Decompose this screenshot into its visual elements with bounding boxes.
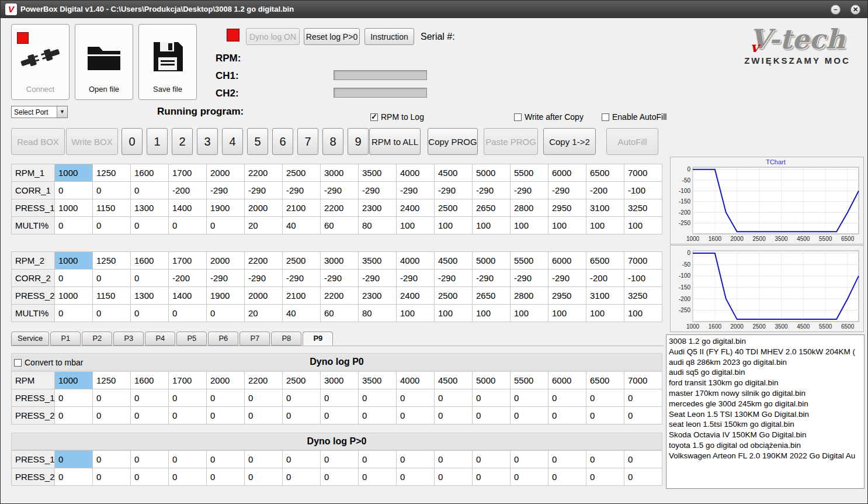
connect-button[interactable]: Connect	[11, 24, 70, 100]
grid-cell[interactable]: 6500	[586, 372, 624, 389]
grid-cell[interactable]: 0	[511, 407, 548, 424]
grid-cell[interactable]: 0	[245, 407, 283, 424]
grid-cell[interactable]: 1250	[93, 252, 131, 270]
grid-cell[interactable]: 1150	[93, 199, 131, 217]
grid-cell[interactable]: 0	[169, 217, 207, 234]
grid-cell[interactable]: 0	[93, 305, 131, 322]
grid-cell[interactable]: 5500	[511, 164, 548, 182]
grid-cell[interactable]: 0	[321, 407, 359, 424]
grid-cell[interactable]: 0	[55, 217, 93, 234]
grid-cell[interactable]: 0	[321, 451, 359, 468]
grid-cell[interactable]: 3250	[624, 287, 662, 305]
grid-cell[interactable]: 5000	[473, 252, 511, 270]
grid-cell[interactable]: 0	[93, 217, 131, 234]
grid-cell[interactable]: 0	[624, 468, 662, 486]
grid-cell[interactable]: 0	[93, 270, 131, 287]
grid-cell[interactable]: 0	[55, 451, 93, 468]
grid-cell[interactable]: 1400	[169, 199, 207, 217]
grid-cell[interactable]: 0	[131, 389, 169, 407]
grid-cell[interactable]: 1700	[169, 164, 207, 182]
grid-cell[interactable]: 100	[548, 217, 586, 234]
grid-cell[interactable]: 1150	[93, 287, 131, 305]
grid-cell[interactable]: 1000	[55, 372, 93, 389]
tab-p7[interactable]: P7	[239, 332, 270, 346]
grid-cell[interactable]: 0	[283, 468, 321, 486]
grid-cell[interactable]: 1600	[131, 252, 169, 270]
grid-cell[interactable]: 3000	[321, 372, 359, 389]
digit-5-button[interactable]: 5	[247, 128, 268, 155]
rpm-to-log-checkbox[interactable]: RPM to Log	[370, 112, 424, 122]
grid-cell[interactable]: 0	[397, 389, 435, 407]
tab-p5[interactable]: P5	[176, 332, 207, 346]
grid-cell[interactable]: 100	[586, 217, 624, 234]
grid-cell[interactable]: 0	[397, 407, 435, 424]
grid-cell[interactable]: 0	[624, 389, 662, 407]
grid-cell[interactable]: 0	[586, 451, 624, 468]
grid-cell[interactable]: 0	[93, 407, 131, 424]
grid-cell[interactable]: -200	[586, 182, 624, 199]
digit-2-button[interactable]: 2	[172, 128, 193, 155]
grid-cell[interactable]: 0	[131, 217, 169, 234]
grid-cell[interactable]: 40	[283, 217, 321, 234]
grid-cell[interactable]: 0	[207, 407, 245, 424]
grid-cell[interactable]: 0	[624, 451, 662, 468]
grid-cell[interactable]: 2300	[359, 199, 397, 217]
digit-1-button[interactable]: 1	[147, 128, 168, 155]
grid-cell[interactable]: 5000	[473, 372, 511, 389]
grid-cell[interactable]: 2650	[473, 199, 511, 217]
grid-cell[interactable]: 2500	[283, 372, 321, 389]
enable-autofill-checkbox[interactable]: Enable AutoFill	[602, 112, 666, 122]
grid-cell[interactable]: -290	[548, 182, 586, 199]
grid-cell[interactable]: 100	[435, 305, 473, 322]
grid-cell[interactable]: -290	[359, 270, 397, 287]
grid-cell[interactable]: -290	[511, 182, 548, 199]
grid-cell[interactable]: -290	[435, 182, 473, 199]
file-list-item[interactable]: audi sq5 go digital.bin	[669, 367, 862, 378]
file-list-item[interactable]: Skoda Octavia IV 150KM Go Digital.bin	[669, 430, 862, 440]
grid-cell[interactable]: 4000	[397, 252, 435, 270]
grid-cell[interactable]: 0	[624, 407, 662, 424]
write-after-copy-checkbox[interactable]: Write after Copy	[514, 112, 584, 122]
grid-cell[interactable]: 0	[473, 451, 511, 468]
grid-cell[interactable]: -290	[245, 182, 283, 199]
copy-prog-button[interactable]: Copy PROG	[428, 128, 478, 155]
grid-cell[interactable]: 0	[473, 407, 511, 424]
grid-cell[interactable]: 0	[55, 389, 93, 407]
grid-cell[interactable]: 6000	[548, 164, 586, 182]
grid-cell[interactable]: 2950	[548, 287, 586, 305]
grid-cell[interactable]: 40	[283, 305, 321, 322]
grid-cell[interactable]: -290	[359, 182, 397, 199]
grid-cell[interactable]: -290	[397, 270, 435, 287]
grid-cell[interactable]: 60	[321, 217, 359, 234]
grid-cell[interactable]: 2000	[207, 372, 245, 389]
grid-cell[interactable]: 0	[586, 468, 624, 486]
tab-service[interactable]: Service	[11, 332, 49, 346]
grid-cell[interactable]: 2500	[283, 164, 321, 182]
grid-cell[interactable]: 100	[435, 217, 473, 234]
grid-cell[interactable]: 3100	[586, 199, 624, 217]
grid-cell[interactable]: 0	[169, 468, 207, 486]
grid-cell[interactable]: 0	[586, 389, 624, 407]
grid-cell[interactable]: 0	[283, 407, 321, 424]
grid-cell[interactable]: 5000	[473, 164, 511, 182]
grid-cell[interactable]: 100	[586, 305, 624, 322]
instruction-button[interactable]: Instruction	[364, 28, 414, 45]
grid-cell[interactable]: 2100	[283, 287, 321, 305]
grid-cell[interactable]: 0	[283, 389, 321, 407]
grid-cell[interactable]: 0	[93, 451, 131, 468]
file-list-item[interactable]: 3008 1.2 go digital.bin	[669, 336, 862, 347]
digit-9-button[interactable]: 9	[348, 128, 369, 155]
tab-p4[interactable]: P4	[145, 332, 175, 346]
grid-cell[interactable]: 0	[586, 407, 624, 424]
grid-cell[interactable]: -290	[473, 182, 511, 199]
grid-cell[interactable]: 0	[131, 305, 169, 322]
grid-cell[interactable]: 2200	[245, 252, 283, 270]
tab-p1[interactable]: P1	[50, 332, 81, 346]
grid-cell[interactable]: 1600	[131, 164, 169, 182]
digit-4-button[interactable]: 4	[222, 128, 243, 155]
grid-cell[interactable]: 0	[245, 468, 283, 486]
file-list-item[interactable]: Seat Leon 1.5 TSI 130KM Go Digital.bin	[669, 409, 862, 420]
grid-cell[interactable]: -290	[207, 270, 245, 287]
reset-log-button[interactable]: Reset log P>0	[304, 28, 360, 45]
file-list-item[interactable]: ford transit 130km go digital.bin	[669, 378, 862, 388]
